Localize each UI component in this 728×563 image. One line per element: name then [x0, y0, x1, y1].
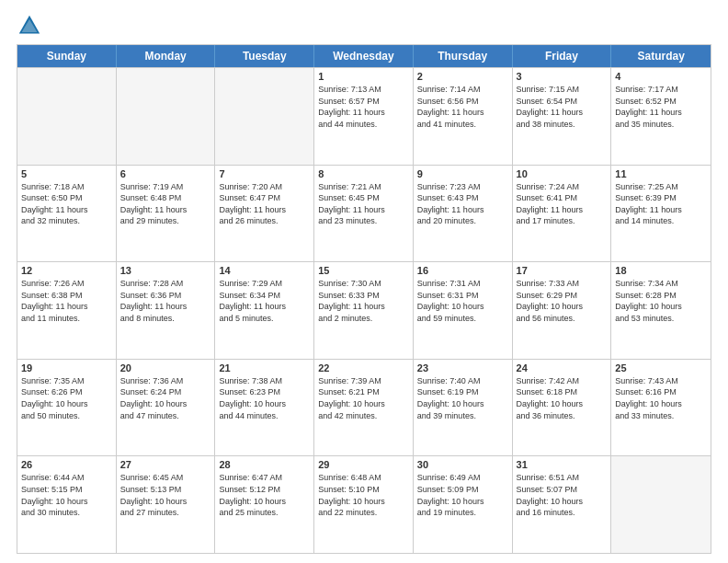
- day-info: Sunrise: 6:48 AM Sunset: 5:10 PM Dayligh…: [318, 472, 409, 518]
- day-info: Sunrise: 6:51 AM Sunset: 5:07 PM Dayligh…: [517, 472, 608, 518]
- day-info: Sunrise: 6:49 AM Sunset: 5:09 PM Dayligh…: [417, 472, 508, 518]
- day-header-sunday: Sunday: [17, 45, 117, 67]
- calendar: SundayMondayTuesdayWednesdayThursdayFrid…: [17, 44, 711, 554]
- day-info: Sunrise: 7:36 AM Sunset: 6:24 PM Dayligh…: [120, 375, 211, 421]
- day-cell-1: 1Sunrise: 7:13 AM Sunset: 6:57 PM Daylig…: [314, 68, 414, 165]
- day-cell-empty: [17, 68, 117, 165]
- day-number: 2: [417, 71, 508, 82]
- day-cell-empty: [117, 68, 216, 165]
- day-cell-12: 12Sunrise: 7:26 AM Sunset: 6:38 PM Dayli…: [17, 262, 117, 359]
- day-number: 9: [417, 168, 508, 179]
- day-header-wednesday: Wednesday: [314, 45, 414, 67]
- day-info: Sunrise: 7:43 AM Sunset: 6:16 PM Dayligh…: [615, 375, 707, 421]
- day-info: Sunrise: 7:38 AM Sunset: 6:23 PM Dayligh…: [219, 375, 310, 421]
- day-number: 7: [219, 168, 310, 179]
- day-number: 25: [615, 362, 707, 373]
- day-info: Sunrise: 7:31 AM Sunset: 6:31 PM Dayligh…: [417, 278, 508, 324]
- header: [17, 9, 711, 39]
- day-number: 23: [417, 362, 508, 373]
- day-cell-empty: [215, 68, 314, 165]
- day-cell-17: 17Sunrise: 7:33 AM Sunset: 6:29 PM Dayli…: [513, 262, 612, 359]
- day-info: Sunrise: 7:25 AM Sunset: 6:39 PM Dayligh…: [615, 181, 707, 227]
- day-info: Sunrise: 7:39 AM Sunset: 6:21 PM Dayligh…: [318, 375, 409, 421]
- page: SundayMondayTuesdayWednesdayThursdayFrid…: [0, 0, 728, 563]
- day-cell-31: 31Sunrise: 6:51 AM Sunset: 5:07 PM Dayli…: [513, 456, 612, 553]
- day-number: 20: [120, 362, 211, 373]
- day-info: Sunrise: 6:47 AM Sunset: 5:12 PM Dayligh…: [219, 472, 310, 518]
- day-info: Sunrise: 7:23 AM Sunset: 6:43 PM Dayligh…: [417, 181, 508, 227]
- day-number: 31: [517, 459, 608, 470]
- day-info: Sunrise: 7:14 AM Sunset: 6:56 PM Dayligh…: [417, 84, 508, 130]
- day-number: 11: [615, 168, 707, 179]
- day-cell-10: 10Sunrise: 7:24 AM Sunset: 6:41 PM Dayli…: [513, 166, 612, 262]
- day-header-monday: Monday: [117, 45, 216, 67]
- day-cell-7: 7Sunrise: 7:20 AM Sunset: 6:47 PM Daylig…: [215, 166, 314, 262]
- day-number: 26: [21, 459, 112, 470]
- day-info: Sunrise: 7:40 AM Sunset: 6:19 PM Dayligh…: [417, 375, 508, 421]
- day-number: 3: [517, 71, 608, 82]
- day-number: 4: [615, 71, 707, 82]
- day-cell-27: 27Sunrise: 6:45 AM Sunset: 5:13 PM Dayli…: [117, 456, 216, 553]
- day-cell-28: 28Sunrise: 6:47 AM Sunset: 5:12 PM Dayli…: [215, 456, 314, 553]
- day-cell-9: 9Sunrise: 7:23 AM Sunset: 6:43 PM Daylig…: [414, 166, 513, 262]
- day-info: Sunrise: 7:42 AM Sunset: 6:18 PM Dayligh…: [517, 375, 608, 421]
- day-cell-24: 24Sunrise: 7:42 AM Sunset: 6:18 PM Dayli…: [513, 360, 612, 456]
- day-cell-16: 16Sunrise: 7:31 AM Sunset: 6:31 PM Dayli…: [414, 262, 513, 359]
- day-header-thursday: Thursday: [414, 45, 513, 67]
- day-cell-25: 25Sunrise: 7:43 AM Sunset: 6:16 PM Dayli…: [611, 360, 711, 456]
- day-cell-5: 5Sunrise: 7:18 AM Sunset: 6:50 PM Daylig…: [17, 166, 117, 262]
- calendar-body: 1Sunrise: 7:13 AM Sunset: 6:57 PM Daylig…: [17, 67, 711, 553]
- day-info: Sunrise: 6:45 AM Sunset: 5:13 PM Dayligh…: [120, 472, 211, 518]
- day-number: 14: [219, 265, 310, 276]
- day-number: 22: [318, 362, 409, 373]
- day-cell-15: 15Sunrise: 7:30 AM Sunset: 6:33 PM Dayli…: [314, 262, 414, 359]
- day-number: 21: [219, 362, 310, 373]
- week-row-5: 26Sunrise: 6:44 AM Sunset: 5:15 PM Dayli…: [17, 455, 711, 553]
- day-cell-13: 13Sunrise: 7:28 AM Sunset: 6:36 PM Dayli…: [117, 262, 216, 359]
- day-number: 5: [21, 168, 112, 179]
- week-row-3: 12Sunrise: 7:26 AM Sunset: 6:38 PM Dayli…: [17, 261, 711, 359]
- day-info: Sunrise: 7:34 AM Sunset: 6:28 PM Dayligh…: [615, 278, 707, 324]
- day-number: 15: [318, 265, 409, 276]
- day-number: 29: [318, 459, 409, 470]
- day-info: Sunrise: 7:29 AM Sunset: 6:34 PM Dayligh…: [219, 278, 310, 324]
- day-number: 10: [517, 168, 608, 179]
- day-info: Sunrise: 7:20 AM Sunset: 6:47 PM Dayligh…: [219, 181, 310, 227]
- day-number: 13: [120, 265, 211, 276]
- day-number: 24: [517, 362, 608, 373]
- day-number: 6: [120, 168, 211, 179]
- day-info: Sunrise: 7:21 AM Sunset: 6:45 PM Dayligh…: [318, 181, 409, 227]
- day-number: 28: [219, 459, 310, 470]
- day-cell-empty: [611, 456, 711, 553]
- day-number: 19: [21, 362, 112, 373]
- week-row-2: 5Sunrise: 7:18 AM Sunset: 6:50 PM Daylig…: [17, 165, 711, 262]
- calendar-header-row: SundayMondayTuesdayWednesdayThursdayFrid…: [17, 45, 711, 67]
- day-cell-2: 2Sunrise: 7:14 AM Sunset: 6:56 PM Daylig…: [414, 68, 513, 165]
- day-number: 17: [517, 265, 608, 276]
- day-info: Sunrise: 7:28 AM Sunset: 6:36 PM Dayligh…: [120, 278, 211, 324]
- day-number: 16: [417, 265, 508, 276]
- day-number: 18: [615, 265, 707, 276]
- day-info: Sunrise: 7:24 AM Sunset: 6:41 PM Dayligh…: [517, 181, 608, 227]
- day-cell-11: 11Sunrise: 7:25 AM Sunset: 6:39 PM Dayli…: [611, 166, 711, 262]
- day-info: Sunrise: 7:15 AM Sunset: 6:54 PM Dayligh…: [517, 84, 608, 130]
- day-cell-3: 3Sunrise: 7:15 AM Sunset: 6:54 PM Daylig…: [513, 68, 612, 165]
- day-cell-26: 26Sunrise: 6:44 AM Sunset: 5:15 PM Dayli…: [17, 456, 117, 553]
- day-number: 12: [21, 265, 112, 276]
- day-cell-4: 4Sunrise: 7:17 AM Sunset: 6:52 PM Daylig…: [611, 68, 711, 165]
- week-row-4: 19Sunrise: 7:35 AM Sunset: 6:26 PM Dayli…: [17, 359, 711, 456]
- day-info: Sunrise: 7:30 AM Sunset: 6:33 PM Dayligh…: [318, 278, 409, 324]
- day-cell-14: 14Sunrise: 7:29 AM Sunset: 6:34 PM Dayli…: [215, 262, 314, 359]
- day-cell-23: 23Sunrise: 7:40 AM Sunset: 6:19 PM Dayli…: [414, 360, 513, 456]
- day-info: Sunrise: 7:33 AM Sunset: 6:29 PM Dayligh…: [517, 278, 608, 324]
- day-header-tuesday: Tuesday: [215, 45, 314, 67]
- week-row-1: 1Sunrise: 7:13 AM Sunset: 6:57 PM Daylig…: [17, 67, 711, 165]
- day-info: Sunrise: 7:35 AM Sunset: 6:26 PM Dayligh…: [21, 375, 112, 421]
- day-cell-8: 8Sunrise: 7:21 AM Sunset: 6:45 PM Daylig…: [314, 166, 414, 262]
- day-number: 8: [318, 168, 409, 179]
- day-number: 1: [318, 71, 409, 82]
- day-cell-6: 6Sunrise: 7:19 AM Sunset: 6:48 PM Daylig…: [117, 166, 216, 262]
- day-info: Sunrise: 7:26 AM Sunset: 6:38 PM Dayligh…: [21, 278, 112, 324]
- day-cell-22: 22Sunrise: 7:39 AM Sunset: 6:21 PM Dayli…: [314, 360, 414, 456]
- day-info: Sunrise: 7:18 AM Sunset: 6:50 PM Dayligh…: [21, 181, 112, 227]
